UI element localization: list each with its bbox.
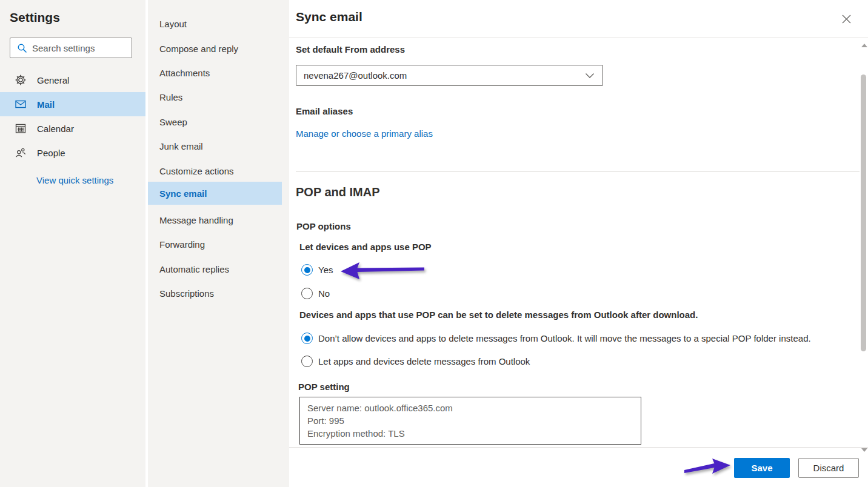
- nav-item-automatic-replies[interactable]: Automatic replies: [148, 257, 282, 281]
- radio-dont-allow-delete-label: Don’t allow devices and apps to delete m…: [318, 333, 840, 343]
- radio-pop-yes-label: Yes: [318, 265, 333, 275]
- sidebar-item-label: Mail: [37, 99, 55, 110]
- mail-settings-nav: Layout Compose and reply Attachments Rul…: [148, 0, 289, 487]
- sidebar-item-people[interactable]: People: [0, 141, 145, 165]
- settings-window: Settings General: [0, 0, 868, 487]
- nav-item-compose-and-reply[interactable]: Compose and reply: [148, 36, 282, 61]
- use-pop-label: Let devices and apps use POP: [299, 242, 432, 252]
- nav-item-attachments[interactable]: Attachments: [148, 61, 282, 85]
- vertical-scrollbar: [860, 40, 868, 458]
- annotation-arrow-left-icon: [339, 260, 426, 280]
- search-settings-input[interactable]: [32, 43, 123, 53]
- pop-server-line: Server name: outlook.office365.com: [307, 402, 633, 414]
- pop-encryption-line: Encryption method: TLS: [307, 427, 633, 440]
- sidebar-item-calendar[interactable]: Calendar: [0, 116, 145, 141]
- pop-imap-heading: POP and IMAP: [296, 185, 380, 199]
- pop-delete-question: Devices and apps that use POP can be set…: [299, 310, 845, 320]
- search-icon: [17, 43, 27, 53]
- from-address-label: Set default From address: [296, 44, 405, 55]
- radio-pop-yes[interactable]: [301, 264, 313, 276]
- nav-item-customize-actions[interactable]: Customize actions: [148, 159, 282, 183]
- mail-icon: [15, 99, 26, 110]
- nav-item-message-handling[interactable]: Message handling: [148, 208, 282, 232]
- settings-sidebar: Settings General: [0, 0, 145, 487]
- nav-item-forwarding[interactable]: Forwarding: [148, 232, 282, 256]
- sidebar-item-label: General: [37, 75, 69, 85]
- header-divider: [289, 38, 868, 38]
- sidebar-item-label: Calendar: [37, 124, 74, 134]
- radio-dont-allow-delete[interactable]: [301, 333, 313, 344]
- email-aliases-label: Email aliases: [296, 106, 353, 116]
- radio-let-delete[interactable]: [301, 356, 313, 367]
- sidebar-item-label: People: [37, 148, 65, 158]
- sync-email-panel: Sync email Set default From address neve…: [289, 0, 868, 487]
- panel-footer: Save Discard: [289, 447, 868, 487]
- save-button[interactable]: Save: [734, 458, 790, 478]
- search-settings-box[interactable]: [10, 38, 132, 58]
- nav-item-sweep[interactable]: Sweep: [148, 110, 282, 134]
- view-quick-settings-link[interactable]: View quick settings: [36, 175, 113, 185]
- radio-pop-no[interactable]: [301, 288, 313, 299]
- scrollbar-up-arrow-icon[interactable]: [861, 44, 867, 47]
- nav-item-layout[interactable]: Layout: [148, 12, 282, 36]
- pop-setting-label: POP setting: [298, 382, 350, 392]
- people-icon: [15, 147, 26, 158]
- annotation-arrow-right-icon: [683, 457, 732, 479]
- from-address-value: nevena267@outlook.com: [304, 70, 407, 81]
- radio-let-delete-label: Let apps and devices delete messages fro…: [318, 356, 530, 366]
- settings-heading: Settings: [10, 10, 60, 25]
- scrollbar-down-arrow-icon[interactable]: [861, 448, 867, 452]
- close-icon: [842, 15, 851, 24]
- nav-item-rules[interactable]: Rules: [148, 85, 282, 109]
- radio-pop-no-label: No: [318, 288, 330, 299]
- manage-alias-link[interactable]: Manage or choose a primary alias: [296, 128, 433, 139]
- gear-icon: [15, 75, 26, 85]
- scrollbar-thumb[interactable]: [861, 75, 866, 351]
- nav-item-subscriptions[interactable]: Subscriptions: [148, 281, 282, 305]
- section-divider: [296, 171, 860, 172]
- pop-options-label: POP options: [296, 221, 351, 231]
- sidebar-item-general[interactable]: General: [0, 68, 145, 92]
- nav-item-sync-email[interactable]: Sync email: [148, 182, 282, 205]
- discard-button[interactable]: Discard: [798, 458, 859, 478]
- close-button[interactable]: [838, 11, 854, 27]
- panel-title: Sync email: [296, 10, 362, 24]
- sidebar-item-mail[interactable]: Mail: [0, 92, 145, 116]
- calendar-icon: [15, 123, 26, 134]
- from-address-dropdown[interactable]: nevena267@outlook.com: [296, 65, 603, 86]
- nav-item-junk-email[interactable]: Junk email: [148, 134, 282, 158]
- pop-port-line: Port: 995: [307, 414, 633, 427]
- chevron-down-icon: [585, 73, 595, 79]
- pop-setting-box: Server name: outlook.office365.com Port:…: [299, 397, 641, 445]
